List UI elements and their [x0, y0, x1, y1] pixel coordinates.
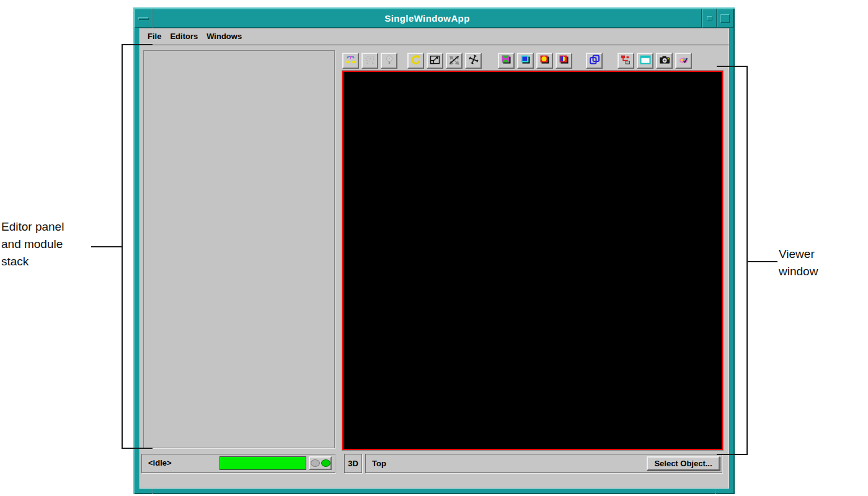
window-menu-dash-icon: [138, 17, 149, 20]
annotation-line-2: window: [779, 263, 818, 280]
select-object-button[interactable]: Select Object...: [647, 456, 720, 471]
rotate-mode-button[interactable]: [407, 53, 424, 69]
client-area: File Editors Windows: [139, 28, 729, 489]
rotate-icon: [410, 55, 422, 67]
current-view-label: Top: [372, 459, 386, 468]
progress-bar: [219, 456, 306, 470]
dimension-mode-button[interactable]: 3D: [344, 454, 362, 473]
menu-file[interactable]: File: [148, 32, 161, 41]
left-bracket-top-tick: [122, 44, 153, 45]
drag-module-button: [361, 53, 378, 69]
pan-icon: [448, 55, 461, 67]
viewer-annotation: Viewer window: [779, 246, 818, 280]
square-view-icon: [520, 55, 531, 66]
status-text: <idle>: [148, 458, 172, 467]
copy-view-icon: [588, 55, 601, 67]
module-status-bar: <idle>: [141, 454, 335, 473]
status-lamp-on-icon: [321, 459, 330, 467]
bowtie-view-icon: [500, 55, 512, 66]
snapshot-button[interactable]: [656, 53, 673, 69]
window-menu-button[interactable]: [135, 9, 153, 28]
menu-windows[interactable]: Windows: [206, 32, 242, 41]
minimize-icon: [707, 16, 712, 20]
viewer-status-bar: Top Select Object...: [365, 454, 722, 473]
title-bar[interactable]: SingleWindowApp: [135, 9, 733, 28]
left-bracket-bottom-tick: [122, 448, 153, 449]
progress-bar-fill: [220, 457, 306, 469]
edit-view-properties-button[interactable]: [675, 53, 692, 69]
drag-module-icon: [364, 55, 376, 67]
scale-icon: [429, 55, 441, 67]
window-title: SingleWindowApp: [153, 9, 702, 28]
translate-icon: [467, 55, 480, 67]
execution-toggle-button[interactable]: [309, 456, 332, 470]
app-window: SingleWindowApp File Editors Windows: [133, 7, 735, 494]
right-bracket-top-tick: [717, 66, 748, 67]
object-hierarchy-button[interactable]: [618, 53, 634, 69]
annotation-line-1: Editor panel: [1, 218, 64, 236]
editor-panel-annotation: Editor panel and module stack: [1, 218, 64, 270]
viewer-window[interactable]: [342, 71, 723, 450]
copy-view-button[interactable]: [586, 53, 603, 69]
view-style-square-button[interactable]: [517, 53, 534, 69]
view-style-circle-button[interactable]: [536, 53, 553, 69]
lightbulb-icon: [383, 55, 396, 67]
scale-mode-button[interactable]: [427, 53, 443, 69]
camera-icon: [658, 55, 671, 67]
translate-mode-button[interactable]: [465, 53, 482, 69]
circle-view-icon: [539, 55, 551, 66]
connect-modules-button[interactable]: [342, 53, 359, 69]
annotation-line-2: and module: [1, 236, 64, 253]
view-style-bowtie-button[interactable]: [498, 53, 515, 69]
maximize-icon: [720, 14, 730, 23]
annotation-line-3: stack: [1, 253, 64, 270]
headlight-button: [381, 53, 397, 69]
palette-check-icon: [678, 55, 690, 67]
menu-bar: File Editors Windows: [139, 28, 729, 45]
right-bracket-bottom-tick: [717, 454, 748, 455]
view-style-half-button[interactable]: [556, 53, 572, 69]
minimize-button[interactable]: [702, 9, 717, 28]
editor-panel-and-module-stack[interactable]: [143, 50, 335, 448]
connect-modules-icon: [345, 55, 357, 67]
right-bracket-line: [746, 66, 748, 455]
pan-mode-button[interactable]: [446, 53, 463, 69]
menu-editors[interactable]: Editors: [170, 32, 198, 41]
status-lamp-off-icon: [311, 459, 320, 467]
left-callout-connector-line: [91, 246, 122, 247]
viewer-window-button[interactable]: [637, 53, 653, 69]
right-callout-connector-line: [746, 261, 777, 262]
left-bracket-line: [122, 44, 123, 449]
annotation-line-1: Viewer: [779, 246, 818, 263]
hierarchy-icon: [620, 55, 632, 67]
window-frame-icon: [639, 55, 652, 67]
frame-corner-seam: [715, 489, 716, 494]
maximize-button[interactable]: [717, 9, 733, 28]
viewer-toolbar: [342, 52, 694, 69]
half-view-icon: [558, 55, 570, 66]
frame-corner-seam: [152, 489, 153, 494]
